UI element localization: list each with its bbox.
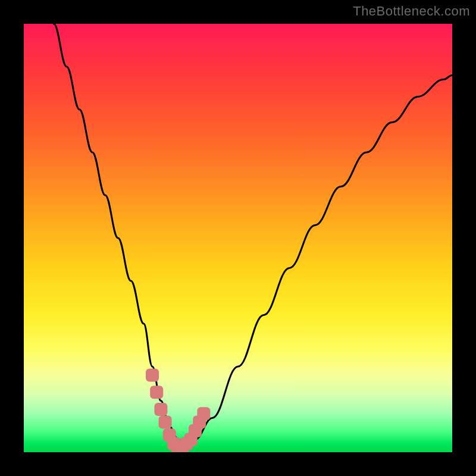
plot-area	[24, 24, 452, 452]
watermark-text: TheBottleneck.com	[353, 4, 470, 19]
bottleneck-curve	[54, 24, 452, 448]
chart-frame: TheBottleneck.com	[0, 0, 476, 476]
highlight-marker	[159, 416, 172, 429]
highlight-marker	[154, 403, 167, 416]
highlight-marker	[146, 368, 159, 381]
chart-svg	[24, 24, 452, 452]
highlight-marker	[150, 386, 163, 399]
highlight-markers-group	[146, 368, 210, 452]
highlight-marker	[197, 407, 210, 420]
